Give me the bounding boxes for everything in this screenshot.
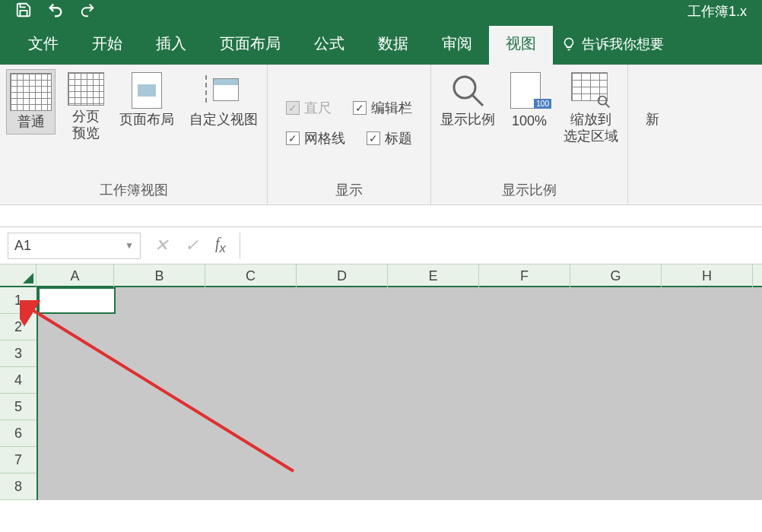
tab-page-layout[interactable]: 页面布局 <box>203 26 297 62</box>
ribbon-group-workbook-views: 普通 分页 预览 页面布局 自定义视图 工作簿视图 <box>0 65 268 204</box>
ribbon-group-show: ✓ 直尺 ✓ 编辑栏 ✓ 网格线 ✓ 标题 显示 <box>268 65 431 204</box>
column-header[interactable]: A <box>37 264 114 287</box>
show-group-label: 显示 <box>283 177 415 203</box>
gridlines-checkbox[interactable]: ✓ 网格线 <box>283 123 348 154</box>
checkbox-icon: ✓ <box>367 131 380 145</box>
titlebar: 工作簿1.x <box>0 0 762 23</box>
row-header[interactable]: 1 <box>0 287 37 314</box>
lightbulb-icon <box>562 37 576 51</box>
tab-review[interactable]: 审阅 <box>425 26 489 62</box>
custom-view-icon <box>205 72 242 109</box>
cell-grid[interactable] <box>38 287 762 500</box>
column-header[interactable]: D <box>297 264 388 287</box>
tab-home[interactable]: 开始 <box>75 26 139 62</box>
checkbox-icon: ✓ <box>286 131 300 145</box>
tab-formulas[interactable]: 公式 <box>297 26 361 62</box>
ribbon: 普通 分页 预览 页面布局 自定义视图 工作簿视图 ✓ 直尺 <box>0 65 762 205</box>
custom-views-label: 自定义视图 <box>189 112 258 128</box>
undo-icon[interactable] <box>46 2 65 22</box>
page-break-preview-button[interactable]: 分页 预览 <box>65 69 107 144</box>
ribbon-group-zoom: 显示比例 100 100% 缩放到 选定区域 显示比例 <box>431 65 628 204</box>
headings-checkbox[interactable]: ✓ 标题 <box>364 123 415 154</box>
window-icon <box>637 72 668 109</box>
formula-input[interactable] <box>240 233 762 259</box>
row-header[interactable]: 5 <box>0 394 37 420</box>
menubar: 文件 开始 插入 页面布局 公式 数据 审阅 视图 告诉我你想要 <box>0 23 762 65</box>
column-headers: A B C D E F G H <box>0 264 762 287</box>
headings-label: 标题 <box>385 129 412 147</box>
tab-file[interactable]: 文件 <box>11 26 75 62</box>
formula-bar-checkbox[interactable]: ✓ 编辑栏 <box>350 93 415 123</box>
gridlines-label: 网格线 <box>304 129 345 147</box>
checkbox-icon: ✓ <box>353 101 367 115</box>
workbook-views-group-label: 工作簿视图 <box>6 177 261 203</box>
zoom-100-label: 100% <box>512 113 547 130</box>
zoom-selection-icon <box>571 72 611 109</box>
row-header[interactable]: 7 <box>0 447 37 473</box>
cell-a1[interactable] <box>38 287 116 314</box>
name-box-value: A1 <box>14 238 31 254</box>
row-header[interactable]: 6 <box>0 420 37 447</box>
quick-access-toolbar <box>15 2 96 22</box>
tab-data[interactable]: 数据 <box>361 26 425 62</box>
formula-bar-label: 编辑栏 <box>371 99 412 117</box>
name-box[interactable]: A1 ▼ <box>8 233 141 259</box>
page-100-icon: 100 <box>510 72 548 110</box>
column-header[interactable]: B <box>114 264 205 287</box>
page-layout-view-label: 页面布局 <box>119 112 174 128</box>
page-layout-view-button[interactable]: 页面布局 <box>116 69 177 131</box>
enter-icon: ✓ <box>185 236 198 255</box>
zoom-button[interactable]: 显示比例 <box>437 69 498 131</box>
select-all-button[interactable] <box>0 264 37 287</box>
new-window-label: 新 <box>646 112 659 128</box>
custom-views-button[interactable]: 自定义视图 <box>186 69 261 131</box>
checkbox-icon: ✓ <box>286 101 300 115</box>
page-icon <box>132 72 162 109</box>
row-header[interactable]: 3 <box>0 340 37 367</box>
zoom-group-label: 显示比例 <box>437 177 621 203</box>
svg-line-3 <box>605 103 610 108</box>
column-header[interactable]: E <box>388 264 479 287</box>
svg-line-1 <box>472 95 483 106</box>
row-headers: 1 2 3 4 5 6 7 8 <box>0 287 38 500</box>
workbook-title: 工作簿1.x <box>687 2 747 21</box>
grid-icon <box>68 72 104 106</box>
save-icon[interactable] <box>15 2 32 22</box>
row-header[interactable]: 2 <box>0 314 37 340</box>
tell-me-search[interactable]: 告诉我你想要 <box>553 35 673 53</box>
formula-bar-row: A1 ▼ ✕ ✓ fx <box>0 226 762 264</box>
tab-insert[interactable]: 插入 <box>139 26 203 62</box>
tab-view[interactable]: 视图 <box>489 26 553 69</box>
ruler-checkbox: ✓ 直尺 <box>283 93 335 123</box>
magnifier-icon <box>449 72 486 109</box>
cancel-icon: ✕ <box>154 236 168 255</box>
page-break-label: 分页 预览 <box>72 109 100 141</box>
normal-view-button[interactable]: 普通 <box>6 69 56 135</box>
chevron-down-icon[interactable]: ▼ <box>125 240 134 251</box>
fx-icon[interactable]: fx <box>215 235 226 256</box>
zoom-100-button[interactable]: 100 100% <box>507 69 551 133</box>
row-header[interactable]: 8 <box>0 473 37 500</box>
zoom-selection-label: 缩放到 选定区域 <box>564 112 618 144</box>
redo-icon[interactable] <box>79 2 96 22</box>
normal-view-label: 普通 <box>17 114 45 131</box>
column-header[interactable]: F <box>479 264 570 287</box>
column-header[interactable]: G <box>570 264 662 287</box>
ruler-label: 直尺 <box>304 99 332 117</box>
column-header[interactable]: C <box>205 264 297 287</box>
ribbon-group-window: 新 <box>628 65 677 204</box>
row-header[interactable]: 4 <box>0 367 37 394</box>
zoom-to-selection-button[interactable]: 缩放到 选定区域 <box>560 69 621 147</box>
formula-bar-controls: ✕ ✓ fx <box>141 235 240 256</box>
column-header[interactable]: H <box>662 264 753 287</box>
zoom-label: 显示比例 <box>440 112 495 128</box>
new-window-button[interactable]: 新 <box>634 69 671 131</box>
grid-icon <box>10 73 52 111</box>
svg-point-0 <box>454 77 475 98</box>
tell-me-label: 告诉我你想要 <box>582 35 664 53</box>
spreadsheet-area: A B C D E F G H 1 2 3 4 5 6 7 8 <box>0 264 762 500</box>
